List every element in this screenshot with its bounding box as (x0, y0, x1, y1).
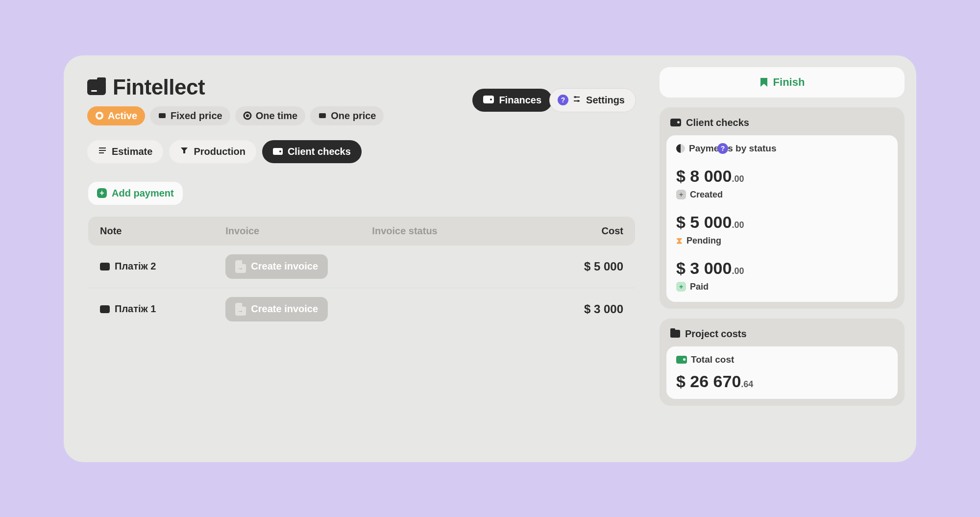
status-chips: Active Fixed price One time (87, 106, 384, 125)
piechart-icon (676, 144, 685, 153)
note-text: Платіж 2 (115, 261, 156, 272)
plus-icon: + (676, 282, 686, 292)
col-invoice: Invoice (225, 225, 372, 237)
header-left: Fintellect Active Fixed price (87, 75, 384, 125)
svg-rect-13 (99, 150, 106, 151)
amount: $ 8 000.00 (676, 167, 888, 186)
finances-label: Finances (499, 95, 541, 106)
add-payment-button[interactable]: + Add payment (88, 182, 183, 205)
payments-by-status-card: Payments by status ? $ 8 000.00 + Create… (666, 135, 898, 302)
client-checks-header: Client checks (666, 114, 898, 135)
chip-fixed-price[interactable]: Fixed price (150, 106, 230, 125)
help-badge-icon: ? (558, 95, 568, 105)
total-cost-card: Total cost $ 26 670.64 (666, 346, 898, 399)
bookmark-icon (760, 77, 768, 88)
status-label: Paid (690, 282, 709, 292)
create-invoice-button[interactable]: Create invoice (225, 297, 328, 321)
col-note: Note (100, 225, 225, 237)
chat-icon (100, 305, 110, 313)
chat-icon (100, 263, 110, 271)
settings-label: Settings (586, 95, 625, 106)
payments-by-status-header: Payments by status ? (676, 143, 888, 163)
plus-icon: + (676, 190, 686, 199)
filter-icon (180, 146, 189, 157)
wallet-icon (670, 119, 681, 126)
total-cost-header: Total cost (676, 354, 888, 372)
chip-label: Fixed price (171, 110, 222, 122)
settings-button[interactable]: ? Settings (549, 88, 636, 112)
status-paid: $ 3 000.00 + Paid (676, 255, 888, 294)
create-invoice-label: Create invoice (251, 303, 318, 315)
svg-point-16 (279, 150, 281, 152)
status-row: + Paid (676, 282, 888, 292)
cell-note: Платіж 2 (100, 261, 225, 272)
create-invoice-button[interactable]: Create invoice (225, 254, 328, 279)
help-badge-icon: ? (717, 143, 728, 154)
table-row: Платіж 2 Create invoice $ 5 000 (88, 246, 635, 288)
sliders-icon (572, 95, 581, 106)
tab-label: Production (194, 146, 245, 157)
wallet-icon (483, 95, 494, 106)
header: Fintellect Active Fixed price (75, 67, 648, 125)
document-icon (235, 303, 246, 316)
cell-cost: $ 5 000 (518, 260, 623, 273)
cell-invoice: Create invoice (225, 297, 372, 321)
total-cost-amount: $ 26 670.64 (676, 372, 888, 391)
status-pending: $ 5 000.00 ⧗ Pending (676, 209, 888, 255)
client-checks-card: Client checks Payments by status ? $ 8 0… (660, 107, 905, 309)
chip-label: One price (331, 110, 376, 122)
svg-rect-12 (99, 148, 106, 148)
create-invoice-label: Create invoice (251, 261, 318, 272)
finish-button[interactable]: Finish (660, 67, 905, 98)
payments-table: Note Invoice Invoice status Cost Платіж … (88, 217, 635, 330)
cell-cost: $ 3 000 (518, 302, 623, 316)
svg-rect-14 (99, 152, 104, 153)
tag-icon (158, 111, 167, 120)
tab-client-checks[interactable]: Client checks (262, 140, 362, 163)
chip-one-price[interactable]: One price (310, 106, 384, 125)
svg-point-7 (490, 98, 492, 100)
status-created: $ 8 000.00 + Created (676, 163, 888, 209)
svg-point-4 (246, 114, 249, 117)
cell-invoice: Create invoice (225, 254, 372, 279)
chip-label: One time (256, 110, 298, 122)
chip-one-time[interactable]: One time (235, 106, 306, 125)
chip-active[interactable]: Active (87, 106, 145, 125)
project-costs-card: Project costs Total cost $ 26 670.64 (660, 319, 905, 406)
payments-by-status-title: Payments by status ? (689, 143, 776, 154)
wallet-icon (676, 356, 687, 364)
add-payment-label: Add payment (112, 188, 174, 199)
title-row: Fintellect (87, 75, 384, 99)
status-row: + Created (676, 190, 888, 200)
dot-icon (95, 111, 104, 120)
col-invoice-status: Invoice status (372, 225, 518, 237)
chip-label: Active (108, 110, 137, 122)
amount: $ 5 000.00 (676, 213, 888, 232)
project-folder-icon (87, 79, 106, 95)
svg-point-11 (577, 100, 579, 102)
svg-point-9 (574, 96, 576, 98)
client-checks-title: Client checks (686, 117, 749, 128)
page-title: Fintellect (113, 75, 205, 99)
svg-rect-6 (483, 96, 494, 103)
side-panel: Finish Client checks Payments by status … (660, 67, 905, 450)
app-frame: Fintellect Active Fixed price (64, 55, 916, 462)
svg-rect-2 (159, 113, 166, 118)
circle-icon (243, 111, 252, 120)
tab-label: Estimate (112, 146, 152, 157)
cell-note: Платіж 1 (100, 303, 225, 315)
table-row: Платіж 1 Create invoice $ 3 000 (88, 288, 635, 330)
tabs: Estimate Production Client checks (75, 125, 648, 173)
amount: $ 3 000.00 (676, 259, 888, 278)
svg-rect-5 (319, 113, 326, 118)
col-cost: Cost (518, 225, 623, 237)
tab-production[interactable]: Production (169, 140, 256, 163)
project-costs-title: Project costs (685, 328, 747, 340)
main-panel: Fintellect Active Fixed price (75, 67, 648, 450)
hourglass-icon: ⧗ (676, 236, 683, 246)
note-text: Платіж 1 (115, 303, 156, 315)
tab-estimate[interactable]: Estimate (87, 140, 163, 163)
payments-card: + Add payment Note Invoice Invoice statu… (79, 173, 644, 334)
list-icon (98, 146, 107, 157)
finances-button[interactable]: Finances (472, 89, 552, 112)
